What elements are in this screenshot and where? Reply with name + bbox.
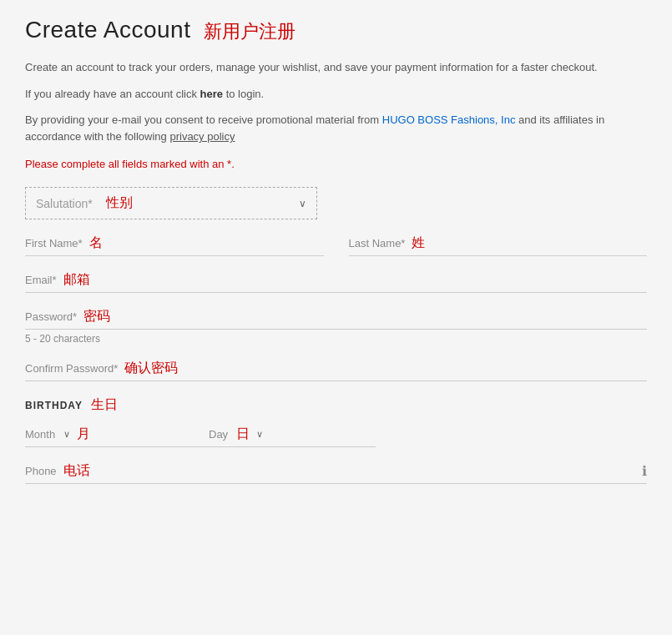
confirm-password-label: Confirm Password* [25, 362, 118, 375]
consent-text: By providing your e-mail you consent to … [25, 112, 647, 147]
email-chinese: 邮箱 [63, 271, 90, 289]
confirm-password-wrapper: Confirm Password* 确认密码 [25, 360, 647, 381]
password-input[interactable] [110, 309, 647, 325]
salutation-inner: Salutation* 性别 ∨ [36, 194, 306, 212]
password-row: Password* 密码 5 - 20 characters [25, 308, 647, 345]
phone-row: Phone 电话 ℹ [25, 462, 647, 484]
month-chinese: 月 [77, 426, 90, 443]
page-title-chinese: 新用户注册 [204, 19, 296, 44]
login-before-text: If you already have an account click [25, 88, 200, 100]
day-chinese: 日 [236, 426, 250, 443]
last-name-field: Last Name* 姓 [349, 234, 648, 256]
info-icon: ℹ [642, 463, 647, 479]
password-hint: 5 - 20 characters [25, 333, 647, 345]
month-arrow-icon: ∨ [63, 429, 70, 440]
email-row: Email* 邮箱 [25, 271, 647, 293]
month-label: Month [25, 428, 55, 441]
first-name-input[interactable] [103, 235, 324, 252]
name-row: First Name* 名 Last Name* 姓 [25, 234, 647, 256]
login-after-text: to login. [223, 88, 264, 100]
last-name-input[interactable] [425, 235, 647, 252]
phone-label: Phone [25, 465, 57, 477]
login-prompt: If you already have an account click her… [25, 88, 647, 100]
page-container: Create Account 新用户注册 Create an account t… [0, 0, 672, 516]
salutation-arrow-icon: ∨ [299, 198, 306, 209]
phone-chinese: 电话 [63, 462, 90, 480]
login-link[interactable]: here [200, 88, 223, 100]
birthday-day-field: Day 日 ∨ [209, 426, 376, 447]
salutation-dropdown[interactable]: Salutation* 性别 ∨ [25, 187, 317, 219]
day-arrow-icon: ∨ [256, 429, 263, 440]
first-name-label: First Name* [25, 237, 83, 249]
privacy-policy-link[interactable]: privacy policy [169, 130, 235, 143]
salutation-chinese: 性别 [106, 194, 133, 212]
birthday-label-row: BIRTHDAY 生日 [25, 396, 647, 414]
brand-name: HUGO BOSS Fashions, Inc [382, 113, 516, 126]
registration-form: Salutation* 性别 ∨ First Name* 名 Last Name… [25, 187, 647, 484]
title-row: Create Account 新用户注册 [25, 17, 647, 44]
salutation-row: Salutation* 性别 ∨ [25, 187, 647, 219]
required-fields-note: Please complete all fields marked with a… [25, 158, 647, 170]
day-label: Day [209, 428, 228, 441]
first-name-wrapper: First Name* 名 [25, 234, 324, 256]
last-name-chinese: 姓 [412, 234, 425, 252]
email-wrapper: Email* 邮箱 [25, 271, 647, 293]
password-label: Password* [25, 310, 77, 323]
birthday-month-field: Month ∨ 月 [25, 426, 209, 447]
birthday-selects-row: Month ∨ 月 Day 日 ∨ [25, 426, 647, 447]
password-wrapper: Password* 密码 [25, 308, 647, 330]
password-chinese: 密码 [83, 308, 110, 325]
confirm-password-chinese: 确认密码 [124, 360, 178, 377]
first-name-field: First Name* 名 [25, 234, 324, 256]
email-input[interactable] [90, 272, 647, 289]
required-before: Please complete all fields marked with a… [25, 158, 227, 170]
salutation-label: Salutation* [36, 197, 93, 210]
phone-input[interactable] [90, 463, 635, 480]
last-name-wrapper: Last Name* 姓 [349, 234, 648, 256]
required-after: . [231, 158, 235, 170]
first-name-chinese: 名 [89, 234, 103, 252]
last-name-label: Last Name* [349, 237, 406, 249]
subtitle-text: Create an account to track your orders, … [25, 59, 647, 76]
consent-before: By providing your e-mail you consent to … [25, 113, 382, 126]
confirm-password-row: Confirm Password* 确认密码 [25, 360, 647, 381]
email-label: Email* [25, 274, 57, 286]
page-title-english: Create Account [25, 17, 190, 43]
birthday-label-english: BIRTHDAY [25, 400, 83, 411]
birthday-label-chinese: 生日 [91, 396, 118, 414]
confirm-password-input[interactable] [178, 360, 647, 377]
